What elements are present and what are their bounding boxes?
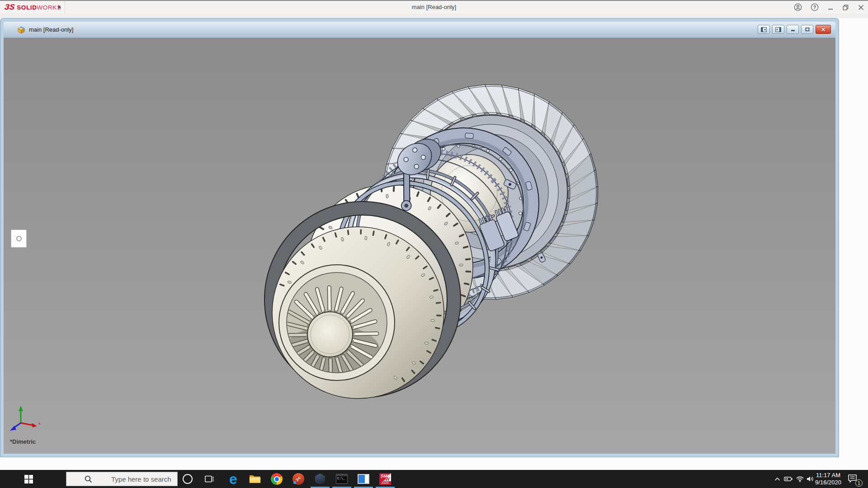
chevron-up-icon bbox=[774, 477, 780, 481]
taskbar-app-edge[interactable]: e bbox=[222, 470, 244, 488]
pane-left-icon bbox=[761, 27, 767, 32]
graphics-viewport[interactable]: x *Dimetric bbox=[4, 38, 835, 454]
orientation-triad[interactable]: x bbox=[10, 406, 41, 431]
windows-logo-icon bbox=[24, 475, 33, 483]
hexagon-app-icon bbox=[315, 473, 326, 485]
feature-panel-collapsed-tab[interactable] bbox=[11, 230, 27, 248]
assembly-document-icon bbox=[17, 26, 25, 34]
taskbar-search-box[interactable] bbox=[66, 472, 178, 486]
taskbar-apps: e ✂ C:\_ bbox=[222, 470, 396, 488]
panel-tab-dot-icon bbox=[16, 236, 22, 241]
restore-icon bbox=[805, 27, 810, 32]
notification-badge: 1 bbox=[855, 479, 863, 487]
window-controls: ? bbox=[794, 1, 864, 14]
document-titlebar[interactable]: main [Read-only] bbox=[4, 22, 835, 38]
svg-text:x: x bbox=[38, 421, 41, 426]
document-restore-button[interactable] bbox=[801, 25, 813, 34]
view-orientation-label: *Dimetric bbox=[10, 438, 36, 445]
menu-expand-arrow-icon[interactable] bbox=[58, 5, 61, 9]
clock-date: 9/16/2020 bbox=[814, 479, 843, 486]
cortana-button[interactable] bbox=[183, 474, 193, 484]
taskbar-app-command-prompt[interactable]: C:\_ bbox=[331, 470, 353, 488]
file-explorer-icon bbox=[249, 474, 261, 484]
command-prompt-icon: C:\_ bbox=[336, 474, 348, 484]
front-opening bbox=[279, 265, 395, 381]
minimize-button[interactable] bbox=[827, 4, 834, 10]
window-app-icon bbox=[358, 474, 369, 484]
engine-3d-model: x bbox=[4, 38, 835, 454]
document-close-button[interactable] bbox=[816, 25, 831, 34]
pane-right-icon bbox=[775, 27, 781, 32]
taskbar-app-solidworks[interactable]: SW SW 2020 bbox=[374, 470, 396, 488]
help-icon[interactable]: ? bbox=[811, 3, 819, 11]
taskbar: e ✂ C:\_ bbox=[0, 470, 868, 488]
tray-show-hidden-icons[interactable] bbox=[771, 470, 783, 488]
main-titlebar: ЗS SOLIDWORKS main [Read-only] ? bbox=[0, 1, 868, 14]
minimize-icon bbox=[790, 27, 796, 32]
account-icon[interactable] bbox=[794, 3, 802, 11]
search-icon bbox=[85, 475, 92, 483]
close-icon bbox=[821, 27, 826, 32]
edge-icon: e bbox=[229, 472, 237, 486]
battery-charging-icon bbox=[784, 476, 793, 482]
close-button[interactable] bbox=[858, 4, 864, 11]
show-right-pane-button[interactable] bbox=[772, 25, 784, 34]
taskbar-app-hexagon[interactable] bbox=[309, 470, 331, 488]
solidworks-logo: ЗS SOLIDWORKS bbox=[5, 1, 61, 14]
snipping-tool-icon: ✂ bbox=[292, 473, 304, 485]
titlebar-separator bbox=[65, 1, 65, 14]
solidworks-2020-icon: SW SW 2020 bbox=[379, 473, 391, 485]
taskbar-app-window[interactable] bbox=[353, 470, 374, 488]
document-title: main [Read-only] bbox=[29, 26, 73, 33]
document-minimize-button[interactable] bbox=[787, 25, 799, 34]
app-window-title: main [Read-only] bbox=[0, 1, 868, 14]
window-top-edge bbox=[0, 0, 868, 1]
chrome-icon bbox=[271, 473, 283, 485]
tray-battery[interactable] bbox=[783, 470, 794, 488]
solidworks-wordmark: SOLIDWORKS bbox=[17, 3, 61, 11]
document-window-buttons bbox=[758, 25, 831, 34]
dassault-3s-logo-icon: ЗS bbox=[4, 3, 15, 12]
task-view-icon bbox=[205, 475, 214, 483]
taskbar-app-snipping-tool[interactable]: ✂ bbox=[288, 470, 309, 488]
tray-network[interactable] bbox=[794, 470, 805, 488]
show-left-pane-button[interactable] bbox=[758, 25, 770, 34]
menu-strip bbox=[0, 14, 868, 18]
task-view-button[interactable] bbox=[204, 474, 214, 483]
tray-clock[interactable]: 11:17 AM 9/16/2020 bbox=[814, 472, 843, 486]
taskbar-app-file-explorer[interactable] bbox=[244, 470, 266, 488]
action-center-button[interactable]: 1 bbox=[847, 474, 861, 485]
taskbar-app-chrome[interactable] bbox=[266, 470, 288, 488]
restore-button[interactable] bbox=[842, 4, 849, 11]
speaker-icon bbox=[807, 476, 814, 482]
search-input[interactable] bbox=[110, 475, 180, 483]
start-button[interactable] bbox=[17, 470, 40, 488]
clock-time: 11:17 AM bbox=[814, 472, 843, 479]
document-window: main [Read-only] bbox=[0, 18, 839, 457]
wifi-icon bbox=[796, 476, 804, 482]
svg-text:?: ? bbox=[813, 5, 816, 10]
